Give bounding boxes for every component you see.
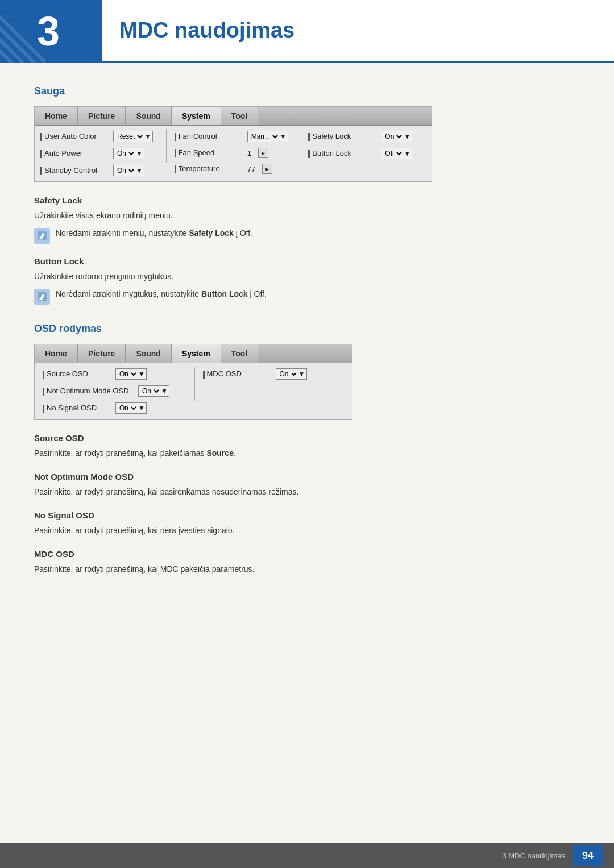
- sauga-col1: User Auto Color Reset ▼ Auto Power On ▼: [37, 129, 161, 178]
- tab-tool[interactable]: Tool: [221, 107, 258, 125]
- sauga-tab-bar: Home Picture Sound System Tool: [35, 107, 432, 126]
- source-osd-desc-suffix: .: [234, 448, 236, 458]
- note-bold-safety: Safety Lock: [189, 229, 234, 238]
- footer-page-number: 94: [573, 845, 603, 866]
- col-divider-1: [166, 129, 167, 163]
- temperature-arrow[interactable]: ►: [262, 164, 272, 174]
- no-signal-osd-select-wrap[interactable]: On ▼: [115, 402, 147, 414]
- safety-lock-select-wrap[interactable]: On ▼: [381, 131, 412, 142]
- mdc-osd-select[interactable]: On: [277, 369, 298, 379]
- osd-tab-sound[interactable]: Sound: [126, 344, 172, 363]
- table-row: Not Optimum Mode OSD On ▼: [39, 384, 190, 398]
- table-row: No Signal OSD On ▼: [39, 401, 190, 416]
- button-lock-label: Button Lock: [308, 149, 376, 158]
- tab-system[interactable]: System: [172, 107, 221, 125]
- safety-lock-description: Užrakinkite visus ekrano rodinių meniu.: [34, 210, 580, 222]
- table-row: Source OSD On ▼: [39, 367, 190, 381]
- source-osd-body: Pasirinkite, ar rodyti pranešimą, kai pa…: [34, 447, 580, 459]
- user-auto-color-select[interactable]: Reset: [115, 132, 144, 141]
- decorative-lines: [0, 0, 45, 63]
- not-optimum-body: Pasirinkite, ar rodyti pranešimą, kai pa…: [34, 486, 580, 498]
- tab-picture[interactable]: Picture: [78, 107, 126, 125]
- bl-note-bold: Button Lock: [201, 289, 248, 298]
- safety-lock-select[interactable]: On: [383, 132, 404, 141]
- pencil-icon: [37, 231, 47, 241]
- no-signal-osd-title: No Signal OSD: [34, 510, 580, 520]
- osd-tab-home[interactable]: Home: [35, 344, 78, 363]
- safety-lock-note-text: Norėdami atrakinti meniu, nustatykite Sa…: [56, 227, 252, 239]
- osd-tab-picture[interactable]: Picture: [78, 344, 126, 363]
- source-osd-select[interactable]: On: [117, 369, 138, 379]
- fan-control-select[interactable]: Man...: [249, 132, 280, 141]
- safety-lock-label: Safety Lock: [308, 132, 376, 141]
- osd-tab-tool[interactable]: Tool: [221, 344, 258, 363]
- osd-tab-system[interactable]: System: [172, 344, 221, 363]
- fan-speed-value: 1: [247, 149, 251, 157]
- osd-table: Home Picture Sound System Tool Source OS…: [34, 344, 352, 420]
- table-row: Auto Power On ▼: [37, 146, 161, 161]
- safety-lock-title: Safety Lock: [34, 196, 580, 205]
- not-optimum-osd-label: Not Optimum Mode OSD: [43, 387, 134, 396]
- not-optimum-osd-select-wrap[interactable]: On ▼: [138, 385, 169, 397]
- button-lock-select-wrap[interactable]: Off ▼: [381, 148, 412, 159]
- source-osd-title: Source OSD: [34, 433, 580, 443]
- sauga-col2: Fan Control Man... ▼ Fan Speed 1 ► Tempe…: [171, 129, 296, 178]
- no-signal-osd-label: No Signal OSD: [43, 404, 111, 413]
- standby-control-select-wrap[interactable]: On ▼: [113, 165, 144, 176]
- source-osd-desc-prefix: Pasirinkite, ar rodyti pranešimą, kai pa…: [34, 448, 206, 458]
- standby-control-select[interactable]: On: [115, 166, 136, 175]
- mdc-osd-select-wrap[interactable]: On ▼: [276, 368, 307, 380]
- note-suffix-safety: į Off.: [234, 229, 252, 238]
- no-signal-osd-body: Pasirinkite, ar rodyti pranešimą, kai nė…: [34, 525, 580, 537]
- auto-power-label: Auto Power: [40, 149, 109, 158]
- mdc-osd-body: Pasirinkite, ar rodyti pranešimą, kai MD…: [34, 563, 580, 575]
- source-osd-select-wrap[interactable]: On ▼: [115, 368, 147, 380]
- table-row: Fan Speed 1 ►: [171, 146, 296, 160]
- sauga-col3: Safety Lock On ▼ Button Lock Off ▼: [305, 129, 429, 178]
- safety-lock-note: Norėdami atrakinti meniu, nustatykite Sa…: [34, 227, 580, 244]
- osd-heading: OSD rodymas: [34, 323, 580, 335]
- temperature-label: Temperature: [175, 164, 243, 173]
- osd-tab-bar: Home Picture Sound System Tool: [35, 344, 352, 363]
- osd-table-body: Source OSD On ▼ Not Optimum Mode OSD On …: [35, 363, 352, 419]
- page-header: 3 MDC naudojimas: [0, 0, 614, 63]
- mdc-osd-label: MDC OSD: [203, 369, 271, 379]
- table-row: Temperature 77 ►: [171, 162, 296, 176]
- standby-control-label: Standby Control: [40, 166, 109, 175]
- table-row: MDC OSD On ▼: [200, 367, 350, 381]
- sauga-table-body: User Auto Color Reset ▼ Auto Power On ▼: [35, 126, 432, 181]
- mdc-osd-title: MDC OSD: [34, 549, 580, 559]
- table-row: Safety Lock On ▼: [305, 129, 429, 144]
- button-lock-description: Užrakinkite rodomo įrenginio mygtukus.: [34, 271, 580, 283]
- note-prefix: Norėdami atrakinti meniu, nustatykite: [56, 229, 189, 238]
- table-row: User Auto Color Reset ▼: [37, 129, 161, 144]
- note-icon-button: [34, 289, 50, 305]
- pencil-icon-2: [37, 292, 47, 302]
- main-content: Sauga Home Picture Sound System Tool Use…: [0, 85, 614, 615]
- button-lock-note-text: Norėdami atrakinti mygtukus, nustatykite…: [56, 288, 267, 300]
- auto-power-select[interactable]: On: [115, 149, 136, 158]
- no-signal-osd-select[interactable]: On: [117, 404, 138, 413]
- source-osd-bold: Source: [206, 448, 233, 458]
- bl-note-suffix: į Off.: [248, 289, 267, 298]
- table-row: Fan Control Man... ▼: [171, 129, 296, 144]
- fan-speed-arrow[interactable]: ►: [258, 148, 268, 158]
- osd-col1: Source OSD On ▼ Not Optimum Mode OSD On …: [37, 367, 190, 416]
- fan-speed-label: Fan Speed: [175, 148, 243, 157]
- tab-home[interactable]: Home: [35, 107, 78, 125]
- not-optimum-osd-select[interactable]: On: [140, 387, 161, 396]
- source-osd-label: Source OSD: [43, 369, 111, 379]
- table-row: Button Lock Off ▼: [305, 146, 429, 161]
- fan-control-select-wrap[interactable]: Man... ▼: [247, 131, 288, 142]
- user-auto-color-control[interactable]: Reset ▼: [113, 131, 153, 142]
- tab-sound[interactable]: Sound: [126, 107, 172, 125]
- not-optimum-title: Not Optimum Mode OSD: [34, 472, 580, 481]
- auto-power-control[interactable]: On ▼: [113, 148, 144, 159]
- note-icon-safety: [34, 228, 50, 244]
- page-title-area: MDC naudojimas: [102, 0, 614, 63]
- page-title: MDC naudojimas: [119, 18, 294, 43]
- osd-col2: MDC OSD On ▼: [200, 367, 350, 416]
- button-lock-select[interactable]: Off: [383, 149, 404, 158]
- fan-control-label: Fan Control: [175, 132, 243, 141]
- page-footer: 3 MDC naudojimas 94: [0, 843, 614, 868]
